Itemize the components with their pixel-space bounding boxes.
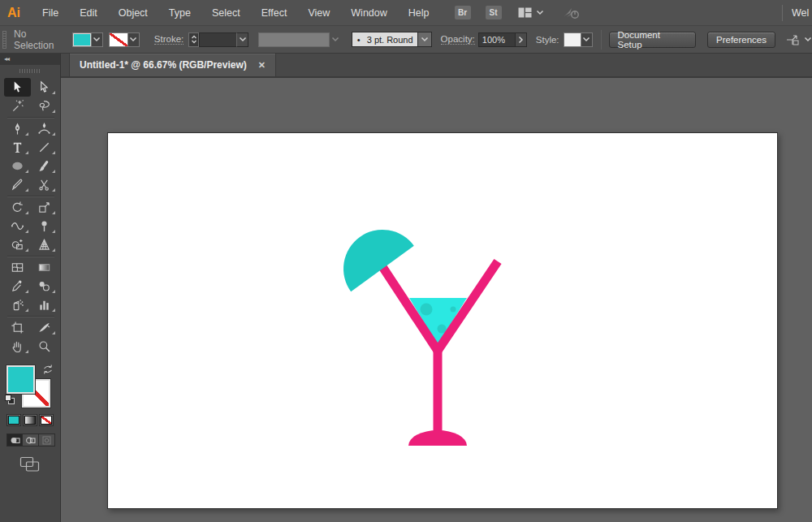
swap-fill-stroke-icon[interactable] (42, 364, 54, 375)
stroke-color-dropdown[interactable] (109, 32, 140, 47)
none-mode-button[interactable] (39, 414, 54, 426)
document-setup-button[interactable]: Document Setup (609, 32, 696, 48)
document-tab-strip: Untitled-1* @ 66.67% (RGB/Preview) ✕ (61, 54, 812, 78)
chevron-up-icon (191, 35, 197, 39)
fill-color-swatch[interactable] (73, 33, 91, 46)
document-tab[interactable]: Untitled-1* @ 66.67% (RGB/Preview) ✕ (69, 54, 276, 76)
document-title: Untitled-1* @ 66.67% (RGB/Preview) (80, 59, 247, 71)
change-screen-mode-icon[interactable] (19, 456, 41, 472)
scissors-tool[interactable] (31, 175, 58, 194)
chevron-down-icon (191, 40, 197, 44)
column-graph-tool[interactable] (31, 296, 58, 314)
stroke-panel-link[interactable]: Stroke: (154, 34, 184, 45)
chevron-down-icon (804, 37, 812, 42)
fill-color-proxy[interactable] (6, 365, 35, 394)
opacity-panel-link[interactable]: Opacity: (441, 34, 475, 45)
menu-type[interactable]: Type (158, 0, 201, 26)
chevron-down-icon (536, 10, 544, 15)
brush-definition-chevron[interactable] (418, 32, 432, 47)
chevron-down-icon (93, 37, 101, 42)
preferences-button[interactable]: Preferences (707, 32, 775, 48)
stroke-weight-dropdown[interactable] (236, 32, 248, 47)
slice-tool[interactable] (31, 318, 58, 337)
panel-grip-handle[interactable] (19, 69, 41, 73)
bubble-shape[interactable] (421, 304, 433, 316)
blend-tool[interactable] (31, 277, 58, 296)
shape-builder-tool[interactable] (4, 235, 31, 254)
menu-select[interactable]: Select (201, 0, 251, 26)
bubble-shape[interactable] (438, 325, 447, 334)
bridge-button[interactable]: Br (455, 6, 471, 19)
draw-inside-button[interactable] (39, 434, 55, 447)
glass-base-shape[interactable] (408, 430, 467, 446)
perspective-grid-tool[interactable] (31, 235, 58, 254)
fill-stroke-indicator (0, 364, 61, 409)
line-segment-tool[interactable] (31, 138, 58, 157)
default-fill-stroke-icon[interactable] (5, 395, 15, 405)
draw-behind-button[interactable] (23, 434, 39, 447)
tools-grid (4, 78, 58, 356)
direct-selection-tool[interactable] (31, 78, 58, 97)
opacity-input[interactable] (478, 32, 516, 47)
collapse-panel-button[interactable]: ◂◂ (0, 54, 60, 65)
curvature-tool[interactable] (31, 119, 58, 138)
style-dropdown[interactable] (564, 32, 593, 47)
chevron-down-icon (129, 37, 137, 42)
rotate-tool[interactable] (4, 198, 31, 217)
mesh-tool[interactable] (4, 258, 31, 277)
chevron-down-icon (582, 37, 590, 42)
stock-button[interactable]: St (486, 6, 502, 19)
ellipse-tool[interactable] (4, 157, 31, 175)
brush-preset-label: 3 pt. Round (367, 35, 413, 45)
artboard[interactable] (107, 132, 778, 509)
puppet-warp-tool[interactable] (31, 217, 58, 235)
gradient-mode-button[interactable] (23, 414, 37, 426)
magic-wand-tool[interactable] (4, 97, 31, 115)
pen-tool[interactable] (4, 119, 31, 138)
free-transform-tool[interactable] (31, 198, 58, 217)
lasso-tool[interactable] (31, 97, 58, 115)
menu-object[interactable]: Object (108, 0, 158, 26)
artboard-tool[interactable] (4, 318, 31, 337)
isolate-selected-object-icon[interactable] (785, 33, 812, 46)
glass-stem-shape[interactable] (434, 345, 443, 436)
creative-cloud-sync-icon[interactable] (562, 6, 580, 19)
bubble-shape[interactable] (451, 307, 456, 313)
cocktail-artwork[interactable] (108, 133, 779, 510)
style-swatch[interactable] (564, 33, 581, 46)
selection-tool[interactable] (4, 78, 31, 97)
menu-file[interactable]: File (32, 0, 69, 26)
menu-window[interactable]: Window (340, 0, 397, 26)
color-mode-button[interactable] (6, 414, 21, 426)
menu-edit[interactable]: Edit (69, 0, 108, 26)
paintbrush-tool[interactable] (31, 157, 58, 175)
workspace-layout-icon[interactable] (518, 7, 544, 18)
umbrella-shape[interactable] (328, 214, 414, 291)
chevron-down-icon (239, 37, 247, 42)
menu-bar: Ai File Edit Object Type Select Effect V… (0, 0, 812, 26)
workspace-name-label[interactable]: Wel (792, 0, 812, 26)
gradient-tool[interactable] (31, 258, 58, 277)
hand-tool[interactable] (4, 337, 31, 356)
pencil-tool[interactable] (4, 175, 31, 194)
zoom-tool[interactable] (31, 337, 58, 356)
symbol-sprayer-tool[interactable] (4, 296, 31, 314)
menu-view[interactable]: View (297, 0, 340, 26)
stroke-weight-input[interactable] (199, 32, 236, 47)
type-tool[interactable] (4, 138, 31, 157)
control-bar: No Selection Stroke: • 3 pt. Round Opaci… (0, 26, 812, 54)
opacity-expand-button[interactable] (516, 32, 527, 47)
panel-grip-handle[interactable] (2, 31, 6, 49)
brush-definition-dropdown[interactable]: • 3 pt. Round (352, 32, 418, 47)
close-tab-icon[interactable]: ✕ (258, 60, 266, 71)
width-tool[interactable] (4, 217, 31, 235)
stroke-none-swatch[interactable] (110, 33, 127, 46)
fill-color-dropdown[interactable] (72, 32, 103, 47)
stroke-weight-stepper[interactable] (188, 32, 199, 47)
divider (782, 5, 783, 21)
menu-help[interactable]: Help (398, 0, 440, 26)
canvas-pasteboard[interactable] (61, 78, 812, 522)
draw-normal-button[interactable] (6, 434, 23, 447)
menu-effect[interactable]: Effect (251, 0, 298, 26)
eyedropper-tool[interactable] (4, 277, 31, 296)
